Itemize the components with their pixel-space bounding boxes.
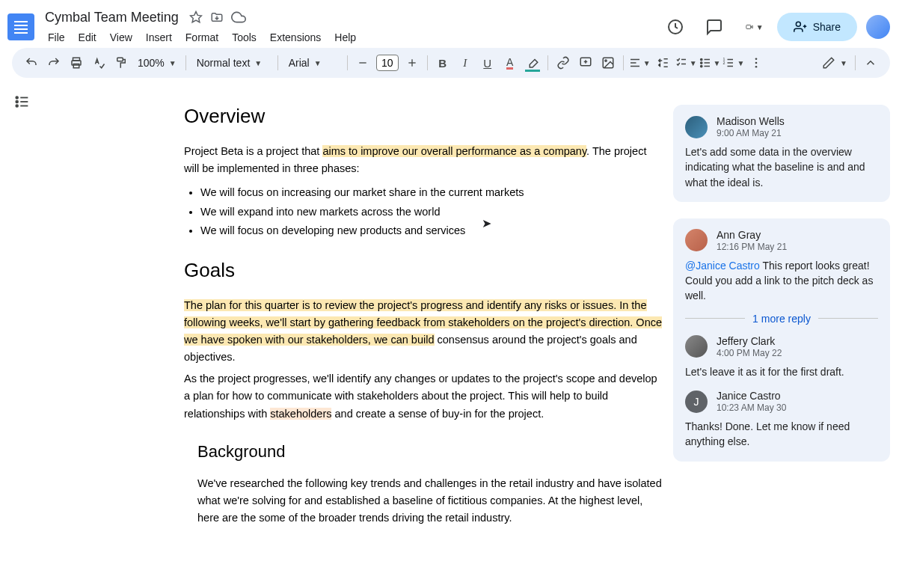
document-area: ➤ Overview Project Beta is a project tha…: [0, 84, 902, 588]
decrease-font-button[interactable]: [352, 52, 373, 73]
svg-point-38: [16, 97, 18, 99]
paint-format-button[interactable]: [111, 52, 132, 73]
comment-body: @Janice Castro This report looks great! …: [685, 258, 878, 304]
zoom-value: 100%: [138, 57, 165, 69]
heading-overview[interactable]: Overview: [184, 105, 663, 128]
goals-paragraph-2[interactable]: As the project progresses, we'll identif…: [184, 370, 663, 423]
more-replies-link[interactable]: 1 more reply: [752, 313, 811, 325]
mention[interactable]: @Janice Castro: [685, 260, 760, 272]
star-icon[interactable]: [189, 10, 203, 24]
comment-time: 10:23 AM May 30: [717, 402, 786, 413]
svg-point-3: [796, 22, 800, 26]
svg-point-24: [700, 58, 702, 60]
font-value: Arial: [289, 57, 310, 69]
comment-card[interactable]: Ann Gray 12:16 PM May 21 @Janice Castro …: [673, 218, 890, 462]
font-select[interactable]: Arial ▼: [283, 57, 343, 69]
share-button[interactable]: Share: [777, 13, 857, 41]
checklist-button[interactable]: ▼: [675, 52, 697, 73]
background-paragraph[interactable]: We've researched the following key trend…: [184, 475, 663, 527]
highlighted-text: aims to improve our overall performance …: [322, 145, 586, 157]
comments-icon[interactable]: [699, 12, 729, 42]
comment-card[interactable]: Madison Wells 9:00 AM May 21 Let's add s…: [673, 105, 890, 202]
text-color-button[interactable]: A: [500, 52, 521, 73]
italic-button[interactable]: I: [455, 52, 476, 73]
outline-icon[interactable]: [12, 91, 33, 112]
share-label: Share: [813, 21, 841, 33]
bold-button[interactable]: B: [432, 52, 453, 73]
insert-image-button[interactable]: [598, 52, 619, 73]
redo-button[interactable]: [43, 52, 64, 73]
overview-paragraph[interactable]: Project Beta is a project that aims to i…: [184, 143, 663, 177]
svg-point-26: [700, 65, 702, 67]
svg-point-39: [16, 101, 18, 103]
document-title[interactable]: Cymbal Team Meeting: [42, 8, 182, 27]
goals-paragraph-1[interactable]: The plan for this quarter is to review t…: [184, 297, 663, 367]
bulleted-list-button[interactable]: ▼: [699, 52, 721, 73]
spellcheck-button[interactable]: [88, 52, 109, 73]
comment-time: 4:00 PM May 22: [717, 348, 782, 358]
user-avatar[interactable]: [866, 15, 890, 39]
menu-insert[interactable]: Insert: [140, 28, 178, 46]
more-button[interactable]: [746, 52, 767, 73]
menu-tools[interactable]: Tools: [226, 28, 263, 46]
menu-format[interactable]: Format: [180, 28, 224, 46]
menu-edit[interactable]: Edit: [73, 28, 102, 46]
more-replies-divider: 1 more reply: [685, 313, 878, 325]
svg-point-25: [700, 62, 702, 64]
move-icon[interactable]: [210, 10, 224, 24]
print-button[interactable]: [66, 52, 87, 73]
comment-time: 9:00 AM May 21: [717, 128, 785, 138]
comment-time: 12:16 PM May 21: [717, 242, 787, 252]
svg-point-15: [605, 60, 607, 61]
paragraph-style-value: Normal text: [197, 57, 251, 69]
heading-background[interactable]: Background: [197, 442, 663, 462]
zoom-select[interactable]: 100% ▼: [133, 57, 181, 69]
docs-logo[interactable]: [6, 12, 36, 42]
font-size-input[interactable]: [376, 55, 399, 71]
collapse-toolbar-button[interactable]: [860, 52, 881, 73]
menu-help[interactable]: Help: [328, 28, 362, 46]
bullet-item[interactable]: We will expand into new markets across t…: [200, 203, 663, 221]
overview-bullets[interactable]: We will focus on increasing our market s…: [200, 183, 663, 240]
numbered-list-button[interactable]: 12▼: [722, 52, 744, 73]
cloud-status-icon[interactable]: [231, 10, 246, 25]
title-area: Cymbal Team Meeting File Edit View Inser…: [42, 8, 660, 46]
comment-avatar: [685, 229, 708, 251]
increase-font-button[interactable]: [402, 52, 423, 73]
svg-rect-2: [746, 25, 750, 28]
menu-extensions[interactable]: Extensions: [264, 28, 327, 46]
underline-button[interactable]: U: [477, 52, 498, 73]
chevron-down-icon: ▼: [756, 23, 764, 31]
comment-body: Let's leave it as it for the first draft…: [685, 364, 878, 379]
chevron-down-icon: ▼: [314, 59, 322, 67]
comment-reply: Jeffery Clark 4:00 PM May 22 Let's leave…: [685, 335, 878, 379]
bullet-item[interactable]: We will focus on increasing our market s…: [200, 183, 663, 202]
menu-file[interactable]: File: [42, 28, 71, 46]
comment-body: Thanks! Done. Let me know if need anythi…: [685, 419, 878, 450]
editing-mode-button[interactable]: ▼: [819, 52, 850, 73]
undo-button[interactable]: [21, 52, 42, 73]
comment-author: Jeffery Clark: [717, 335, 782, 347]
menu-view[interactable]: View: [104, 28, 138, 46]
chevron-down-icon: ▼: [254, 59, 262, 67]
meet-button[interactable]: ▼: [738, 12, 768, 42]
svg-marker-0: [190, 12, 201, 22]
comments-sidebar: Madison Wells 9:00 AM May 21 Let's add s…: [673, 84, 890, 588]
svg-point-36: [755, 62, 758, 64]
comment-avatar: J: [685, 391, 708, 413]
link-button[interactable]: [553, 52, 574, 73]
add-comment-button[interactable]: [575, 52, 596, 73]
line-spacing-button[interactable]: [652, 52, 673, 73]
svg-text:2: 2: [723, 61, 725, 65]
history-icon[interactable]: [660, 12, 690, 42]
comment-author: Ann Gray: [717, 229, 787, 241]
heading-goals[interactable]: Goals: [184, 259, 663, 282]
paragraph-style-select[interactable]: Normal text ▼: [191, 57, 273, 69]
comment-author: Madison Wells: [717, 115, 785, 127]
align-button[interactable]: ▼: [628, 52, 651, 73]
document-content[interactable]: ➤ Overview Project Beta is a project tha…: [42, 84, 673, 588]
highlight-color-button[interactable]: [522, 52, 543, 73]
bullet-item[interactable]: We will focus on developing new products…: [200, 221, 663, 240]
outline-toggle: [12, 84, 42, 588]
toolbar-container: 100% ▼ Normal text ▼ Arial ▼ B I U A ▼: [0, 48, 902, 84]
